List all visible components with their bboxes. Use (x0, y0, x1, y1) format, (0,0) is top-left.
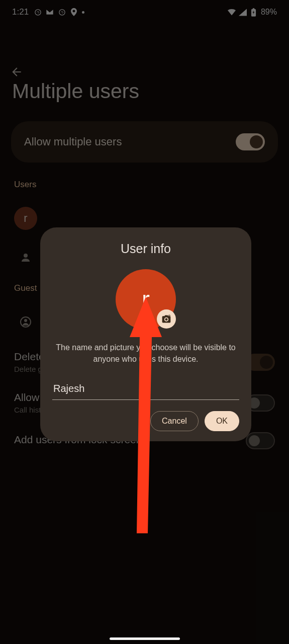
dialog-title: User info (52, 242, 239, 256)
dialog-description: The name and picture you choose will be … (52, 342, 239, 365)
user-name-input[interactable] (52, 380, 239, 400)
user-avatar[interactable]: r (116, 269, 176, 330)
ok-button[interactable]: OK (205, 411, 239, 431)
avatar-container: r (52, 269, 239, 330)
change-photo-button[interactable] (157, 309, 176, 329)
user-info-dialog: User info r The name and picture you cho… (40, 227, 251, 441)
cancel-button[interactable]: Cancel (150, 411, 199, 431)
avatar-initial: r (142, 286, 150, 313)
camera-icon (161, 314, 171, 324)
navigation-handle[interactable] (110, 637, 180, 640)
dialog-actions: Cancel OK (52, 411, 239, 431)
